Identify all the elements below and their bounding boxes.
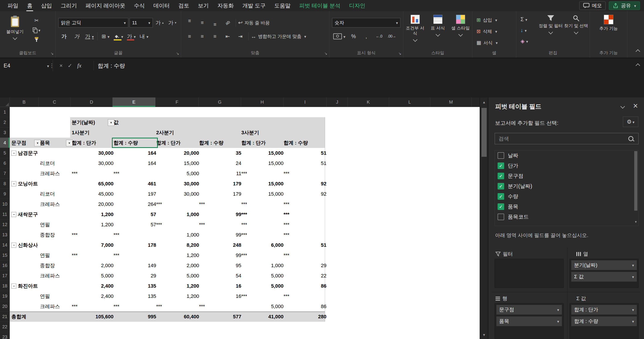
pivot-item-label[interactable]: 종합장 <box>38 230 73 240</box>
pivot-value-cell[interactable]: 92 <box>282 189 329 199</box>
area-chip[interactable]: 분기(날짜) <box>571 260 637 270</box>
row-number[interactable]: 13 <box>0 230 10 240</box>
field-search-input[interactable] <box>498 135 628 142</box>
pivot-item-label[interactable]: 크레파스 <box>38 199 73 209</box>
menu-tab[interactable]: 수식 <box>130 0 149 11</box>
column-header-E[interactable]: E <box>112 98 156 107</box>
merge-center-button[interactable]: ↔ 병합하고 가운데 맞춤 <box>251 33 306 40</box>
pivot-item-label[interactable]: 리코더 <box>38 189 73 199</box>
column-header-F[interactable]: F <box>156 98 199 107</box>
column-header-C[interactable]: C <box>38 98 70 107</box>
pivot-value-cell[interactable]: 164 <box>112 158 159 168</box>
pivot-value-cell[interactable]: *** <box>282 199 328 209</box>
pivot-group-label[interactable]: −남경문구 <box>10 148 42 158</box>
wrap-text-button[interactable]: ↩ 자동 줄 바꿈 <box>238 20 270 26</box>
menu-tab[interactable]: 페이지 레이아웃 <box>81 0 130 11</box>
underline-button[interactable]: 가 <box>84 32 95 41</box>
pivot-value-cell[interactable]: 99 <box>198 209 244 219</box>
menu-tab[interactable]: 피벗 테이블 분석 <box>295 0 344 11</box>
pivot-value-cell[interactable]: 16 <box>198 291 244 301</box>
pivot-value-cell[interactable]: *** <box>282 291 328 301</box>
font-name-combo[interactable]: 맑은 고딕 <box>58 18 128 28</box>
cell-D[interactable]: 합계 : 단가 <box>70 138 115 148</box>
cell-H[interactable]: 합계 : 단가 <box>240 138 285 148</box>
format-painter-button[interactable] <box>31 36 42 43</box>
pivot-item-label[interactable]: 크레파스 <box>38 271 73 281</box>
pivot-value-cell[interactable]: *** <box>282 219 328 230</box>
field-checkbox[interactable]: ✓ <box>498 173 504 179</box>
align-top-button[interactable]: ≡ <box>184 18 195 28</box>
menu-tab[interactable]: 디자인 <box>345 0 370 11</box>
pivot-value-cell[interactable]: 1,000 <box>154 230 202 240</box>
paste-button[interactable]: 붙여넣기 <box>4 15 26 39</box>
pivot-value-cell[interactable]: 1,200 <box>154 250 202 260</box>
pivot-item-label[interactable]: 종합장 <box>38 260 73 271</box>
column-header-G[interactable]: G <box>199 98 241 107</box>
field-list-item[interactable]: ✓분기(날짜) <box>495 181 638 191</box>
name-box[interactable]: E4 <box>0 60 53 71</box>
pivot-value-cell[interactable]: 1,200 <box>154 291 202 301</box>
pivot-value-cell[interactable]: *** <box>240 209 285 219</box>
area-chip[interactable]: Σ 값 <box>571 272 637 282</box>
increase-indent-button[interactable]: ⇥ <box>235 32 246 41</box>
pivot-value-cell[interactable]: *** <box>282 250 328 260</box>
pivot-value-cell[interactable]: 197 <box>112 189 159 199</box>
pivot-value-cell[interactable]: *** <box>240 199 285 209</box>
row-number[interactable]: 23 <box>0 332 10 339</box>
pivot-value-cell[interactable]: 179 <box>198 189 244 199</box>
scrollbar-thumb[interactable] <box>482 108 487 157</box>
column-header-L[interactable]: L <box>389 98 430 107</box>
insert-cells-button[interactable]: ⊞ 삽입 <box>476 17 512 23</box>
pivot-value-cell[interactable]: 15,000 <box>240 158 286 168</box>
column-header-D[interactable]: D <box>70 98 112 107</box>
selected-cell[interactable]: 합계 : 수량 <box>112 138 158 148</box>
filter-area-box[interactable] <box>495 259 564 288</box>
field-checkbox[interactable] <box>498 152 504 159</box>
pivot-value-cell[interactable]: 1,200 <box>70 209 116 219</box>
collapse-button[interactable]: − <box>11 283 16 288</box>
insert-function-button[interactable]: fx <box>77 62 82 69</box>
menu-tab[interactable]: 도움말 <box>270 0 295 11</box>
pivot-value-cell[interactable]: 15,000 <box>154 158 202 168</box>
pivot-value-cell[interactable]: *** <box>240 168 285 179</box>
align-right-button[interactable]: ≡ <box>209 32 221 41</box>
area-chip[interactable]: 품목 <box>496 316 562 326</box>
font-color-button[interactable]: 가 <box>126 32 137 41</box>
pivot-value-cell[interactable]: 179 <box>198 179 244 189</box>
phonetic-button[interactable]: 내 <box>138 32 150 41</box>
pivot-value-cell[interactable]: 6,000 <box>240 240 286 250</box>
pivot-value-cell[interactable]: 51 <box>282 148 329 158</box>
menu-tab[interactable]: 홈 <box>23 0 37 11</box>
pivot-group-label[interactable]: −신화상사 <box>10 240 42 250</box>
pivot-value-cell[interactable]: 280 <box>282 311 329 322</box>
pivot-value-cell[interactable]: 30,000 <box>154 179 202 189</box>
pivot-value-cell[interactable]: 264 <box>112 199 159 209</box>
pivot-value-cell[interactable]: 135 <box>112 281 159 291</box>
collapse-ribbon-button[interactable] <box>636 50 640 54</box>
collapse-button[interactable]: − <box>11 212 16 217</box>
pivot-value-cell[interactable]: 15,000 <box>240 179 286 189</box>
pivot-row-field-header[interactable]: 문구점▼ <box>10 138 42 148</box>
pivot-value-cell[interactable]: 11 <box>198 168 244 179</box>
row-number[interactable]: 17 <box>0 271 10 281</box>
pivot-value-cell[interactable]: 65,000 <box>70 179 116 189</box>
number-format-combo[interactable]: 숫자 <box>332 18 400 28</box>
pivot-value-cell[interactable]: 15,000 <box>240 148 286 158</box>
format-as-table-button[interactable]: 표 서식 <box>428 11 448 49</box>
formula-input[interactable]: 합계 : 수량 <box>98 60 125 71</box>
row-number[interactable]: 6 <box>0 158 10 168</box>
cell-F[interactable]: 합계 : 단가 <box>154 138 201 148</box>
pivot-value-cell[interactable]: *** <box>112 168 158 179</box>
row-number[interactable]: 19 <box>0 291 10 301</box>
pane-tools-button[interactable]: ⚙ <box>623 117 638 127</box>
columns-area-box[interactable]: 분기(날짜)Σ 값 <box>570 259 638 288</box>
pivot-value-cell[interactable]: *** <box>240 291 285 301</box>
pivot-value-cell[interactable]: *** <box>198 199 243 209</box>
row-number[interactable]: 20 <box>0 301 10 311</box>
pivot-value-cell[interactable]: 92 <box>282 179 329 189</box>
pivot-value-cell[interactable]: 95 <box>198 260 244 271</box>
rows-area-box[interactable]: 문구점품목 <box>495 303 564 339</box>
field-checkbox[interactable]: ✓ <box>498 193 504 200</box>
pivot-value-cell[interactable]: 51 <box>282 240 329 250</box>
pivot-value-cell[interactable]: 577 <box>198 311 244 322</box>
